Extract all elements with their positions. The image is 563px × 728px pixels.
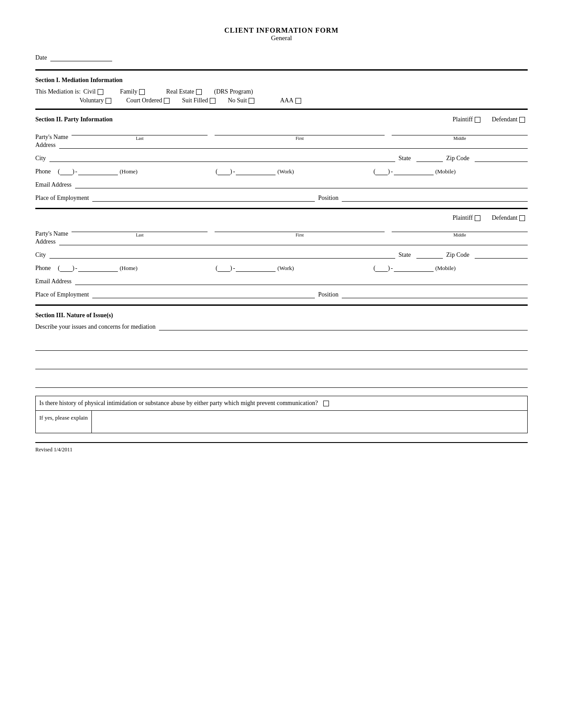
section3-line2[interactable] <box>35 359 528 369</box>
page-title-sub: General <box>35 34 528 42</box>
party2-employment-row: Place of Employment Position <box>35 291 528 298</box>
party1-last-field[interactable] <box>72 128 208 135</box>
aaa-checkbox-item: AAA <box>280 97 301 104</box>
party1-work-phone: ( ) - (Work) <box>215 168 370 175</box>
party2-work-label: (Work) <box>277 265 294 272</box>
party1-block: Party's Name Last First Middle Address C… <box>35 128 528 202</box>
mediation-prefix: This Mediation is: <box>35 88 81 95</box>
section3-lines <box>35 340 528 388</box>
party1-mobile-area[interactable] <box>375 168 388 175</box>
party1-position-field[interactable] <box>342 195 528 202</box>
no-suit-checkbox[interactable] <box>249 98 254 104</box>
party2-employment-field[interactable] <box>92 291 314 298</box>
party1-work-number[interactable] <box>236 168 276 175</box>
party2-position-field[interactable] <box>342 291 528 298</box>
party2-city-row: City State Zip Code <box>35 251 528 259</box>
family-checkbox-item: Family <box>120 88 145 95</box>
party1-state-field[interactable] <box>416 155 443 162</box>
party2-state-label: State <box>399 251 411 259</box>
party2-address-label: Address <box>35 238 56 245</box>
suit-filled-checkbox[interactable] <box>210 98 215 104</box>
party1-mobile-label: (Mobile) <box>435 168 456 175</box>
party1-middle-field[interactable] <box>392 128 528 135</box>
party2-employment-label: Place of Employment <box>35 291 89 298</box>
party1-zip-field[interactable] <box>475 155 528 162</box>
party2-mobile-phone: ( ) - (Mobile) <box>374 265 528 272</box>
party2-state-field[interactable] <box>416 251 443 259</box>
party1-city-field[interactable] <box>49 155 395 162</box>
party2-address-field[interactable] <box>59 238 528 245</box>
party2-home-number[interactable] <box>78 265 118 272</box>
party2-zip-field[interactable] <box>475 251 528 259</box>
if-yes-area[interactable] <box>92 411 527 433</box>
party1-address-field[interactable] <box>59 142 528 149</box>
footer-revised: Revised 1/4/2011 <box>35 447 528 453</box>
party2-phone-row: Phone ( ) - (Home) ( ) - (Work) ( ) - (M… <box>35 265 528 272</box>
section1-top-rule <box>35 69 528 71</box>
describe-field[interactable] <box>159 323 528 330</box>
court-ordered-checkbox-item: Court Ordered <box>126 97 170 104</box>
party2-phone-label: Phone <box>35 265 51 272</box>
party1-home-area[interactable] <box>60 168 72 175</box>
party1-email-field[interactable] <box>75 181 528 188</box>
party2-last-sublabel: Last <box>72 233 208 237</box>
party2-work-number[interactable] <box>236 265 276 272</box>
party2-email-row: Email Address <box>35 278 528 285</box>
party1-city-label: City <box>35 155 46 162</box>
party2-city-field[interactable] <box>49 251 395 259</box>
party1-employment-field[interactable] <box>92 195 314 202</box>
party2-work-area[interactable] <box>218 265 230 272</box>
party1-position-label: Position <box>318 195 339 202</box>
party2-last-field[interactable] <box>72 225 208 232</box>
party2-middle-sublabel: Middle <box>392 233 528 237</box>
party1-work-area[interactable] <box>218 168 230 175</box>
court-ordered-checkbox[interactable] <box>164 98 170 104</box>
party2-middle-field[interactable] <box>392 225 528 232</box>
party1-zip-label: Zip Code <box>446 155 470 162</box>
real-estate-label: Real Estate <box>166 88 194 95</box>
civil-checkbox[interactable] <box>98 89 103 95</box>
party2-mobile-number[interactable] <box>394 265 434 272</box>
plaintiff2-checkbox[interactable] <box>475 215 480 221</box>
section2-header-row: Section II. Party Information Plaintiff … <box>35 116 528 123</box>
voluntary-checkbox[interactable] <box>106 98 111 104</box>
mediation-row2: Voluntary Court Ordered Suit Filled No S… <box>79 97 528 104</box>
aaa-label: AAA <box>280 97 293 104</box>
party2-address-row: Address <box>35 238 528 245</box>
party2-home-label: (Home) <box>120 265 137 272</box>
section3-line1[interactable] <box>35 340 528 351</box>
party1-first-field[interactable] <box>215 128 385 135</box>
drs-label: (DRS Program) <box>214 88 253 95</box>
defendant1-checkbox[interactable] <box>519 117 525 123</box>
section3-header: Section III. Nature of Issue(s) <box>35 312 528 319</box>
describe-label: Describe your issues and concerns for me… <box>35 323 155 330</box>
party2-mobile-label: (Mobile) <box>435 265 456 272</box>
defendant2-checkbox[interactable] <box>519 215 525 221</box>
describe-row: Describe your issues and concerns for me… <box>35 323 528 330</box>
real-estate-checkbox[interactable] <box>196 89 202 95</box>
party2-position-label: Position <box>318 291 339 298</box>
party2-email-field[interactable] <box>75 278 528 285</box>
family-label: Family <box>120 88 138 95</box>
aaa-checkbox[interactable] <box>295 98 301 104</box>
party2-first-field[interactable] <box>215 225 385 232</box>
party1-phone-label: Phone <box>35 168 51 175</box>
defendant-header-label: Defendant <box>492 116 518 123</box>
voluntary-label: Voluntary <box>79 97 104 104</box>
section3-line3[interactable] <box>35 377 528 388</box>
family-checkbox[interactable] <box>139 89 145 95</box>
plaintiff1-checkbox[interactable] <box>475 117 480 123</box>
party2-name-row: Party's Name Last First Middle <box>35 225 528 237</box>
party2-plaintiff-defendant-row: Plaintiff Defendant <box>35 214 528 221</box>
party2-work-phone: ( ) - (Work) <box>215 265 370 272</box>
party2-home-area[interactable] <box>60 265 72 272</box>
party1-home-phone: ( ) - (Home) <box>58 168 212 175</box>
section3-top-rule <box>35 304 528 306</box>
party1-first-sublabel: First <box>215 136 385 141</box>
party1-mobile-number[interactable] <box>394 168 434 175</box>
party2-mobile-area[interactable] <box>375 265 388 272</box>
intimidation-checkbox[interactable] <box>323 401 329 406</box>
party1-home-number[interactable] <box>78 168 118 175</box>
date-field[interactable] <box>50 54 112 61</box>
party2-home-phone: ( ) - (Home) <box>58 265 212 272</box>
